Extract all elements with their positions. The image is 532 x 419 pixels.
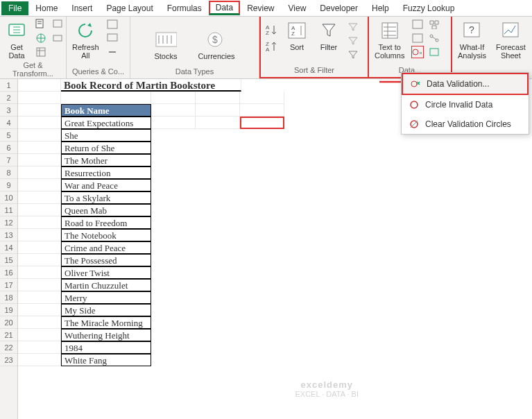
table-row[interactable]: The Notebook (61, 229, 151, 241)
row-header[interactable]: 17 (0, 279, 17, 291)
filter-button[interactable]: Filter (315, 18, 343, 53)
svg-text:Z: Z (291, 31, 295, 37)
row-header[interactable]: 14 (0, 241, 17, 254)
forecast-icon (499, 19, 522, 42)
table-row[interactable]: Oliver Twist (61, 266, 151, 279)
menu-review[interactable]: Review (240, 1, 281, 15)
row-header[interactable]: 5 (0, 129, 17, 142)
from-text-icon[interactable] (35, 18, 47, 31)
menu-clear-circles[interactable]: Clear Validation Circles (402, 114, 529, 134)
svg-rect-4 (53, 20, 62, 27)
advanced-filter-icon[interactable] (347, 49, 359, 61)
table-row[interactable]: Return of She (61, 142, 151, 154)
selected-cell[interactable] (240, 117, 284, 129)
reapply-icon[interactable] (347, 35, 359, 47)
clear-filter-icon[interactable] (347, 21, 359, 33)
table-row[interactable]: War and Peace (61, 179, 151, 191)
table-row[interactable]: 1984 (61, 341, 151, 354)
menu-view[interactable]: View (282, 1, 314, 15)
queries-icon[interactable] (106, 18, 119, 31)
currencies-label: Currencies (198, 52, 234, 60)
menu-developer[interactable]: Developer (313, 1, 365, 15)
table-row[interactable]: Martin Chuzzulet (61, 279, 151, 291)
sort-za-icon[interactable]: ZA (264, 39, 279, 54)
menu-fuzzy-lookup[interactable]: Fuzzy Lookup (396, 1, 462, 15)
row-header[interactable]: 12 (0, 216, 17, 229)
consolidate-icon[interactable] (428, 18, 440, 31)
properties-icon[interactable] (106, 32, 119, 44)
sort-button[interactable]: AZ Sort (283, 18, 311, 53)
row-header[interactable]: 13 (0, 229, 17, 241)
menu-insert[interactable]: Insert (65, 1, 99, 15)
relationships-icon[interactable] (428, 32, 440, 44)
row-header[interactable]: 18 (0, 291, 17, 304)
table-row[interactable]: The Mother (61, 154, 151, 166)
table-row[interactable]: She (61, 129, 151, 142)
menu-data-validation[interactable]: Data Validation... (402, 73, 529, 95)
row-header[interactable]: 23 (0, 354, 17, 366)
row-header[interactable]: 3 (0, 104, 17, 117)
table-row[interactable]: White Fang (61, 354, 151, 366)
row-header[interactable]: 9 (0, 179, 17, 191)
data-validation-split-icon[interactable] (411, 46, 424, 58)
table-row[interactable]: The Miracle Morning (61, 316, 151, 329)
get-data-label: Get Data (8, 43, 24, 60)
menu-page-layout[interactable]: Page Layout (99, 1, 160, 15)
row-header[interactable]: 6 (0, 142, 17, 154)
row-header[interactable]: 2 (0, 92, 17, 104)
get-data-button[interactable]: Get Data (3, 18, 31, 61)
menu-help[interactable]: Help (365, 1, 396, 15)
row-header[interactable]: 1 (0, 79, 17, 92)
sort-az-icon[interactable]: AZ (264, 22, 279, 37)
text-to-columns-icon (379, 19, 401, 42)
row-header[interactable]: 21 (0, 329, 17, 341)
from-web-icon[interactable] (35, 32, 47, 44)
row-header[interactable]: 7 (0, 154, 17, 166)
currencies-button[interactable]: $ Currencies (195, 27, 237, 62)
menu-file[interactable]: File (1, 1, 28, 15)
table-row[interactable]: Great Expectations (61, 117, 151, 129)
table-row[interactable]: Wuthering Height (61, 329, 151, 341)
row-header[interactable]: 8 (0, 166, 17, 179)
edit-links-icon[interactable] (106, 46, 119, 58)
row-header[interactable]: 4 (0, 117, 17, 129)
whatif-label: What-If Analysis (458, 43, 486, 60)
svg-rect-7 (108, 34, 117, 41)
flash-fill-icon[interactable] (411, 18, 424, 31)
refresh-all-button[interactable]: Refresh All (69, 18, 102, 61)
from-table-icon[interactable] (35, 46, 47, 58)
remove-duplicates-icon[interactable] (411, 32, 424, 44)
table-row[interactable]: My Side (61, 304, 151, 316)
svg-rect-5 (53, 35, 62, 41)
row-header[interactable]: 20 (0, 316, 17, 329)
whatif-button[interactable]: ? What-If Analysis (455, 18, 489, 61)
svg-text:Z: Z (266, 30, 269, 36)
stocks-button[interactable]: Stocks (151, 27, 180, 62)
row-header[interactable]: 10 (0, 191, 17, 204)
table-row[interactable]: Queen Mab (61, 204, 151, 216)
table-row[interactable]: To a Skylark (61, 191, 151, 204)
menu-formulas[interactable]: Formulas (160, 1, 209, 15)
table-row[interactable]: Crime and Peace (61, 241, 151, 254)
table-row[interactable]: Resurrection (61, 166, 151, 179)
circle-invalid-text: Circle Invalid Data (425, 100, 492, 110)
table-row[interactable]: Road to Freedom (61, 216, 151, 229)
menu-data[interactable]: Data (209, 1, 240, 15)
recent-sources-icon[interactable] (51, 18, 64, 31)
data-model-icon[interactable] (428, 46, 440, 58)
forecast-sheet-button[interactable]: Forecast Sheet (493, 18, 529, 61)
table-row[interactable]: The Possessed (61, 254, 151, 266)
table-row[interactable]: Merry (61, 291, 151, 304)
row-header[interactable]: 22 (0, 341, 17, 354)
text-to-columns-button[interactable]: Text to Columns (372, 18, 407, 61)
menu-home[interactable]: Home (28, 1, 65, 15)
svg-rect-27 (503, 23, 518, 37)
row-header[interactable]: 16 (0, 266, 17, 279)
get-data-icon (6, 19, 28, 42)
existing-connections-icon[interactable] (51, 32, 64, 44)
row-header[interactable]: 11 (0, 204, 17, 216)
menu-circle-invalid[interactable]: Circle Invalid Data (402, 95, 529, 114)
group-get-transform-label: Get & Transform... (3, 61, 63, 79)
row-header[interactable]: 19 (0, 304, 17, 316)
row-header[interactable]: 15 (0, 254, 17, 266)
